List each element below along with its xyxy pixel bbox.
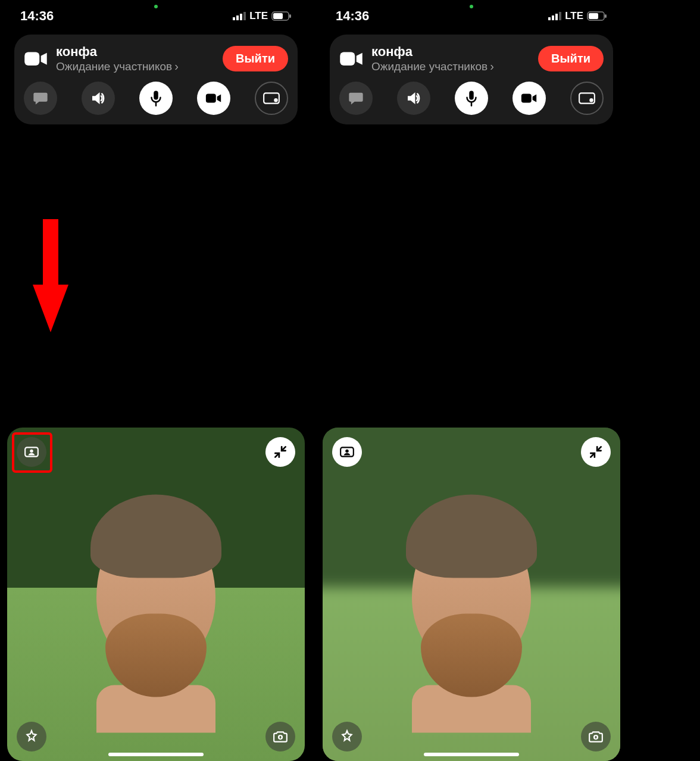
minimize-button[interactable] — [265, 437, 295, 467]
call-title-block[interactable]: конфа Ожидание участников › — [56, 44, 214, 73]
effects-button[interactable] — [332, 722, 362, 751]
self-video-face — [391, 488, 552, 709]
svg-rect-24 — [469, 91, 474, 100]
svg-point-28 — [589, 98, 593, 102]
svg-rect-26 — [521, 94, 532, 103]
flip-camera-button[interactable] — [581, 722, 611, 751]
chevron-right-icon: › — [490, 60, 494, 73]
call-subtitle: Ожидание участников › — [56, 60, 214, 73]
svg-point-14 — [30, 450, 33, 453]
self-video-wrap — [7, 428, 305, 761]
svg-rect-18 — [555, 14, 558, 20]
svg-rect-0 — [233, 17, 235, 20]
annotation-arrow — [30, 219, 71, 341]
microphone-button[interactable] — [455, 82, 488, 115]
self-video-wrap — [323, 428, 620, 761]
camera-button[interactable] — [197, 82, 230, 115]
status-time: 14:36 — [336, 8, 369, 24]
signal-icon — [233, 11, 246, 21]
phone-screen-right: 14:36 LTE конфа Ожидание участников › — [323, 0, 620, 761]
speaker-button[interactable] — [82, 82, 115, 115]
microphone-button[interactable] — [139, 82, 173, 115]
chat-button[interactable] — [24, 82, 57, 115]
camera-active-dot — [470, 5, 473, 8]
self-video[interactable] — [7, 428, 305, 761]
portrait-mode-button[interactable] — [332, 437, 362, 467]
svg-rect-23 — [340, 52, 355, 66]
svg-rect-17 — [552, 15, 554, 20]
minimize-button[interactable] — [581, 437, 611, 467]
status-time: 14:36 — [20, 8, 54, 24]
call-header-card: конфа Ожидание участников › Выйти — [330, 35, 613, 124]
share-screen-button[interactable] — [570, 82, 604, 115]
chat-button[interactable] — [339, 82, 373, 115]
svg-rect-5 — [273, 13, 283, 19]
self-video-face — [76, 488, 236, 709]
svg-rect-16 — [548, 17, 551, 20]
battery-icon — [587, 11, 607, 21]
status-bar: 14:36 LTE — [323, 0, 620, 29]
svg-rect-21 — [589, 13, 598, 19]
portrait-mode-button[interactable] — [17, 437, 46, 467]
camera-active-dot — [154, 5, 158, 8]
leave-button[interactable]: Выйти — [538, 46, 604, 71]
call-subtitle: Ожидание участников › — [371, 60, 530, 73]
flip-camera-button[interactable] — [265, 722, 295, 751]
status-right: LTE — [548, 10, 607, 22]
status-right: LTE — [233, 10, 292, 22]
svg-rect-1 — [236, 15, 239, 20]
home-indicator[interactable] — [108, 753, 204, 756]
home-indicator[interactable] — [424, 753, 519, 756]
svg-rect-6 — [289, 14, 291, 18]
network-label: LTE — [565, 10, 583, 22]
camera-button[interactable] — [512, 82, 546, 115]
call-header-card: конфа Ожидание участников › Выйти — [14, 35, 298, 124]
call-title: конфа — [56, 44, 214, 60]
status-bar: 14:36 LTE — [7, 0, 305, 29]
phone-screen-left: 14:36 LTE конфа Ожидание участников › — [7, 0, 305, 761]
leave-button[interactable]: Выйти — [223, 46, 288, 71]
camera-icon — [339, 50, 363, 68]
signal-icon — [548, 11, 561, 21]
share-screen-button[interactable] — [255, 82, 288, 115]
battery-icon — [271, 11, 292, 21]
svg-rect-8 — [154, 91, 158, 100]
camera-icon — [24, 50, 48, 68]
svg-point-12 — [274, 98, 277, 102]
effects-button[interactable] — [17, 722, 46, 751]
call-title: конфа — [371, 44, 530, 60]
svg-rect-22 — [605, 14, 607, 18]
svg-rect-15 — [43, 219, 58, 291]
svg-rect-19 — [559, 12, 561, 20]
speaker-button[interactable] — [397, 82, 430, 115]
network-label: LTE — [249, 10, 268, 22]
self-video[interactable] — [323, 428, 620, 761]
svg-point-30 — [345, 450, 348, 453]
svg-rect-10 — [206, 94, 216, 103]
svg-rect-3 — [243, 12, 246, 20]
chevron-right-icon: › — [174, 60, 179, 73]
svg-rect-7 — [24, 52, 39, 66]
svg-rect-2 — [240, 14, 242, 20]
call-title-block[interactable]: конфа Ожидание участников › — [371, 44, 530, 73]
